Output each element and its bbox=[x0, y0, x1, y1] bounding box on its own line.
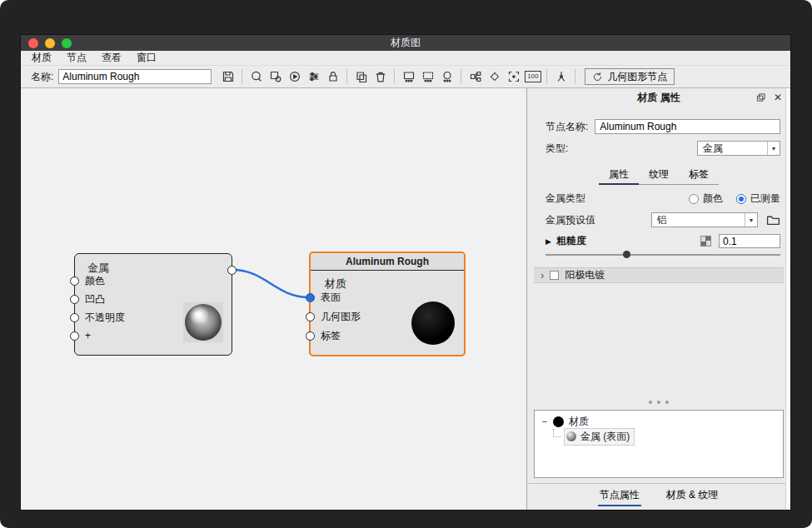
anodized-section-header[interactable]: › 阳极电镀 bbox=[534, 267, 784, 283]
radio-measured-label: 已测量 bbox=[750, 192, 780, 206]
trash-icon bbox=[374, 70, 387, 83]
tab-textures[interactable]: 纹理 bbox=[639, 166, 679, 185]
port-geometry[interactable]: 几何图形 bbox=[306, 311, 361, 321]
preset-row: 金属预设值 铝 ▾ bbox=[527, 212, 790, 227]
node-material-aluminum-rough[interactable]: Aluminum Rough 材质 表面 几何图形 标签 bbox=[309, 252, 466, 356]
add-animation-node-button[interactable] bbox=[285, 68, 304, 86]
add-texture-node-button[interactable] bbox=[266, 68, 285, 86]
roughness-input[interactable] bbox=[719, 234, 780, 248]
tab-properties[interactable]: 属性 bbox=[599, 166, 639, 185]
texture-map-icon[interactable] bbox=[700, 236, 711, 247]
splitter-handle[interactable] bbox=[527, 401, 790, 404]
panel-scrollbar[interactable] bbox=[785, 88, 790, 510]
zoom-100-button[interactable]: 100 bbox=[523, 68, 542, 86]
radio-selected-icon[interactable] bbox=[736, 194, 746, 204]
snap-button[interactable] bbox=[485, 68, 504, 86]
minimize-window-button[interactable] bbox=[45, 38, 55, 48]
add-material-node-button[interactable] bbox=[247, 68, 266, 86]
port-dot[interactable] bbox=[306, 331, 315, 341]
delete-button[interactable] bbox=[371, 68, 390, 86]
type-select[interactable]: 金属 ▾ bbox=[697, 141, 780, 156]
radio-option-measured[interactable]: 已测量 bbox=[736, 192, 780, 206]
material-node-header[interactable]: Aluminum Rough bbox=[311, 253, 464, 271]
port-label: 凹凸 bbox=[85, 292, 105, 306]
menu-view[interactable]: 查看 bbox=[94, 51, 129, 65]
tree-row-material[interactable]: − 材质 bbox=[535, 414, 783, 429]
tab-labels[interactable]: 标签 bbox=[679, 166, 719, 185]
show-connections-button[interactable] bbox=[437, 68, 456, 86]
save-icon bbox=[222, 70, 235, 83]
connection-wire[interactable] bbox=[232, 270, 309, 297]
node-metal[interactable]: 金属 颜色 凹凸 不透明度 + bbox=[74, 253, 232, 356]
tree-selected-item[interactable]: 金属 (表面) bbox=[564, 428, 635, 446]
tab-node-properties[interactable]: 节点属性 bbox=[598, 488, 641, 506]
panel-bottom-tabs: 节点属性 材质 & 纹理 bbox=[527, 483, 790, 510]
texture-node-icon bbox=[269, 70, 282, 83]
slider-track[interactable] bbox=[545, 254, 780, 256]
port-dot-connected[interactable] bbox=[306, 293, 315, 302]
port-dot[interactable] bbox=[70, 276, 79, 286]
menu-material[interactable]: 材质 bbox=[24, 51, 59, 65]
radio-icon[interactable] bbox=[689, 194, 699, 204]
undock-panel-button[interactable] bbox=[756, 92, 766, 102]
port-label: 颜色 bbox=[85, 274, 105, 288]
slider-thumb[interactable] bbox=[623, 251, 630, 258]
material-node-icon bbox=[250, 70, 263, 83]
duplicate-button[interactable] bbox=[351, 68, 371, 86]
chevron-down-icon: ▾ bbox=[767, 142, 780, 155]
anodized-checkbox[interactable] bbox=[550, 271, 559, 280]
node-names-icon bbox=[421, 70, 435, 83]
auto-layout-button[interactable] bbox=[466, 68, 485, 86]
name-label: 名称: bbox=[31, 70, 53, 84]
connector-tool-button[interactable] bbox=[551, 68, 570, 86]
port-dot[interactable] bbox=[70, 331, 79, 341]
lock-node-button[interactable] bbox=[323, 68, 342, 86]
zoom-window-button[interactable] bbox=[62, 38, 72, 48]
node-name-input[interactable] bbox=[595, 119, 780, 134]
geometry-node-toggle-button[interactable]: 几何图形节点 bbox=[585, 68, 675, 85]
material-ball-icon bbox=[553, 416, 564, 427]
tree-row-metal-surface[interactable]: 金属 (表面) bbox=[535, 429, 783, 444]
toolbar-separator bbox=[575, 69, 575, 84]
menu-node[interactable]: 节点 bbox=[59, 51, 94, 65]
roughness-slider[interactable] bbox=[545, 251, 780, 259]
node-preview-icon bbox=[402, 70, 416, 83]
port-dot[interactable] bbox=[70, 295, 79, 304]
preset-select[interactable]: 铝 ▾ bbox=[651, 212, 758, 227]
output-port-dot[interactable] bbox=[227, 266, 237, 275]
port-dot[interactable] bbox=[70, 313, 79, 322]
sliders-icon bbox=[307, 70, 321, 83]
disclosure-triangle-icon[interactable]: ▶ bbox=[545, 237, 551, 246]
layout-icon bbox=[469, 70, 482, 83]
port-dot[interactable] bbox=[306, 312, 315, 321]
fit-view-button[interactable] bbox=[504, 68, 523, 86]
port-surface[interactable]: 表面 bbox=[306, 292, 341, 302]
port-labels[interactable]: 标签 bbox=[306, 331, 341, 341]
close-window-button[interactable] bbox=[28, 38, 38, 48]
show-node-names-button[interactable] bbox=[418, 68, 437, 86]
port-bump[interactable]: 凹凸 bbox=[70, 294, 105, 304]
menu-window[interactable]: 窗口 bbox=[129, 51, 164, 65]
titlebar[interactable]: 材质图 bbox=[21, 35, 790, 51]
tab-material-textures[interactable]: 材质 & 纹理 bbox=[665, 488, 720, 506]
port-add[interactable]: + bbox=[70, 331, 91, 341]
toolbar: 名称: bbox=[21, 66, 790, 88]
close-panel-button[interactable]: ✕ bbox=[774, 92, 782, 103]
port-label: 标签 bbox=[321, 329, 341, 343]
radio-option-color[interactable]: 颜色 bbox=[689, 192, 723, 206]
port-opacity[interactable]: 不透明度 bbox=[70, 312, 125, 322]
collapse-icon[interactable]: − bbox=[541, 416, 548, 426]
metal-ball-icon bbox=[566, 431, 576, 441]
chevron-right-icon: › bbox=[541, 270, 544, 281]
show-node-previews-button[interactable] bbox=[399, 68, 418, 86]
add-utility-node-button[interactable] bbox=[304, 68, 323, 86]
panel-spacer bbox=[527, 283, 790, 401]
save-button[interactable] bbox=[218, 68, 237, 86]
preset-label: 金属预设值 bbox=[545, 213, 595, 227]
port-color[interactable]: 颜色 bbox=[70, 276, 105, 286]
folder-icon[interactable] bbox=[766, 214, 780, 227]
fit-view-icon bbox=[507, 70, 521, 83]
lock-icon bbox=[326, 70, 340, 83]
material-name-input[interactable] bbox=[58, 69, 212, 84]
graph-canvas[interactable]: 金属 颜色 凹凸 不透明度 + bbox=[21, 88, 526, 510]
